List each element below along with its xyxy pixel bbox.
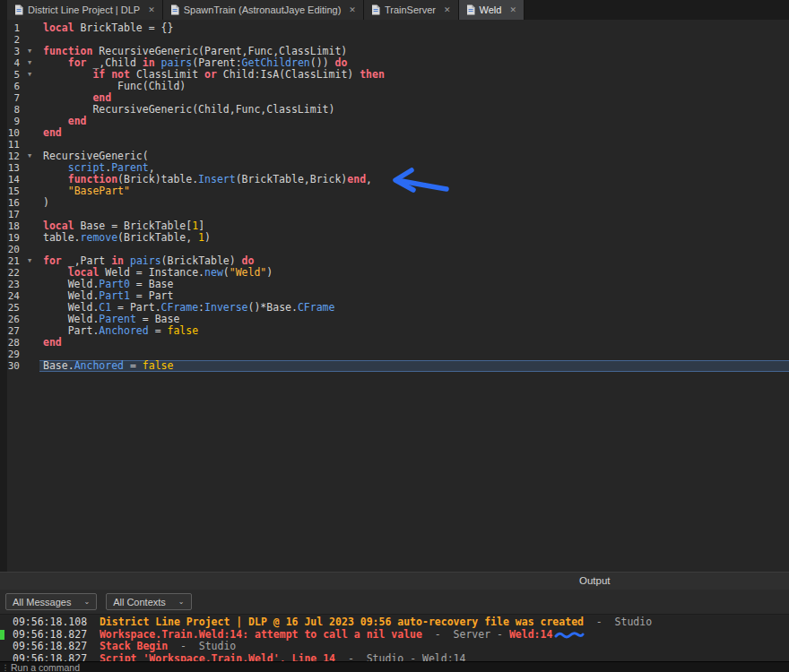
tab-label: TrainServer bbox=[385, 4, 436, 15]
fold-arrow-icon[interactable]: ▼ bbox=[20, 46, 39, 57]
code-text[interactable]: table.remove(BrickTable, 1) bbox=[39, 232, 789, 244]
code-text[interactable]: Part.Anchored = false bbox=[39, 325, 789, 337]
output-row: 09:56:18.827 Script 'Workspace.Train.Wel… bbox=[0, 653, 789, 662]
code-line: 10end bbox=[0, 127, 789, 139]
log-timestamp: 09:56:18.108 bbox=[13, 616, 100, 628]
command-prompt-icon: ⋮ bbox=[0, 663, 11, 672]
fold-arrow-icon[interactable]: ▼ bbox=[20, 151, 39, 162]
dropdown-label: All Contexts bbox=[113, 597, 166, 607]
chevron-down-icon: ⌄ bbox=[178, 598, 185, 606]
code-text[interactable]: "BasePart" bbox=[39, 185, 789, 197]
output-row: 09:56:18.827 Workspace.Train.Weld:14: at… bbox=[0, 629, 789, 642]
output-toolbar: All Messages⌄All Contexts⌄ bbox=[0, 590, 789, 615]
scribble-annotation bbox=[552, 628, 585, 641]
close-icon[interactable]: ✕ bbox=[444, 5, 451, 14]
tab-spawntrain-astronautjaye-editing[interactable]: SpawnTrain (AstronautJaye Editing)✕ bbox=[163, 0, 364, 20]
code-editor[interactable]: 1local BrickTable = {}23▼function Recurs… bbox=[0, 20, 789, 572]
script-icon bbox=[14, 4, 23, 15]
filter-dropdown-all-contexts[interactable]: All Contexts⌄ bbox=[106, 593, 191, 610]
tab-trainserver[interactable]: TrainServer✕ bbox=[364, 0, 459, 20]
error-marker bbox=[0, 630, 4, 640]
close-icon[interactable]: ✕ bbox=[349, 5, 356, 14]
code-line: 9 end bbox=[0, 116, 789, 127]
log-message-part: - Studio bbox=[584, 616, 652, 628]
output-row: 09:56:18.108 District Line Project | DLP… bbox=[0, 616, 789, 629]
fold-arrow-icon[interactable]: ▼ bbox=[20, 255, 39, 267]
log-message-part: - Server - bbox=[422, 628, 509, 641]
output-title-label: Output bbox=[579, 575, 611, 586]
log-message-part: Stack Begin bbox=[100, 640, 168, 652]
output-log: 09:56:18.108 District Line Project | DLP… bbox=[0, 615, 789, 661]
log-message-part: Weld:14 bbox=[509, 628, 552, 641]
dropdown-label: All Messages bbox=[13, 597, 71, 607]
script-icon bbox=[371, 4, 380, 15]
code-line: 8 RecursiveGeneric(Child,Func,ClassLimit… bbox=[0, 104, 789, 116]
log-message-part: Workspace.Train.Weld:14: attempt to call… bbox=[100, 628, 422, 641]
close-icon[interactable]: ✕ bbox=[148, 5, 155, 14]
log-message-part: - Studio - Weld:14 bbox=[335, 652, 465, 662]
code-text[interactable]: Func(Child) bbox=[39, 81, 789, 92]
code-text[interactable]: Base.Anchored = false bbox=[39, 360, 789, 372]
tab-bar: District Line Project | DLP✕SpawnTrain (… bbox=[0, 0, 789, 20]
code-text[interactable]: local BrickTable = {} bbox=[39, 22, 789, 34]
code-line: 28end bbox=[0, 337, 789, 349]
tab-label: SpawnTrain (AstronautJaye Editing) bbox=[184, 4, 342, 15]
tab-label: District Line Project | DLP bbox=[28, 4, 140, 15]
code-text[interactable]: end bbox=[39, 116, 789, 127]
code-text[interactable]: function(Brick)table.Insert(BrickTable,B… bbox=[39, 174, 789, 185]
fold-arrow-icon[interactable]: ▼ bbox=[20, 57, 39, 69]
log-message-part: Script 'Workspace.Train.Weld', Line 14 bbox=[100, 652, 335, 662]
chevron-down-icon: ⌄ bbox=[83, 598, 90, 606]
script-icon bbox=[466, 4, 475, 15]
code-lines: 1local BrickTable = {}23▼function Recurs… bbox=[0, 22, 789, 372]
code-text[interactable]: end bbox=[39, 337, 789, 349]
script-icon bbox=[170, 4, 179, 15]
command-bar-input[interactable]: Run a command bbox=[11, 662, 80, 672]
tab-label: Weld bbox=[480, 4, 502, 15]
log-timestamp: 09:56:18.827 bbox=[13, 652, 100, 662]
output-row: 09:56:18.827 Stack Begin - Studio bbox=[0, 641, 789, 653]
code-line: 15 "BasePart" bbox=[0, 185, 789, 197]
log-message-part: - Studio bbox=[168, 640, 236, 652]
code-line: 1local BrickTable = {} bbox=[0, 22, 789, 34]
tab-district-line-project-dlp[interactable]: District Line Project | DLP✕ bbox=[7, 0, 163, 20]
log-timestamp: 09:56:18.827 bbox=[13, 640, 100, 652]
tab-weld[interactable]: Weld✕ bbox=[459, 0, 525, 20]
filter-dropdown-all-messages[interactable]: All Messages⌄ bbox=[5, 593, 97, 610]
code-text[interactable]: ) bbox=[39, 197, 789, 209]
code-line: 27 Part.Anchored = false bbox=[0, 325, 789, 337]
roblox-studio-window: District Line Project | DLP✕SpawnTrain (… bbox=[0, 0, 789, 672]
code-line: 19table.remove(BrickTable, 1) bbox=[0, 232, 789, 244]
code-line: 6 Func(Child) bbox=[0, 81, 789, 92]
code-text[interactable]: end bbox=[39, 127, 789, 139]
fold-arrow-icon[interactable]: ▼ bbox=[20, 69, 39, 81]
log-timestamp: 09:56:18.827 bbox=[13, 628, 100, 641]
code-line: 16) bbox=[0, 197, 789, 209]
code-text[interactable]: RecursiveGeneric(Child,Func,ClassLimit) bbox=[39, 104, 789, 116]
left-dock-strip bbox=[0, 0, 7, 572]
log-message-part: District Line Project | DLP @ 16 Jul 202… bbox=[100, 616, 584, 628]
output-panel-title: Output bbox=[0, 572, 789, 590]
command-bar[interactable]: ⋮ Run a command bbox=[0, 661, 789, 672]
code-line: 30Base.Anchored = false bbox=[0, 360, 789, 372]
close-icon[interactable]: ✕ bbox=[509, 5, 516, 14]
